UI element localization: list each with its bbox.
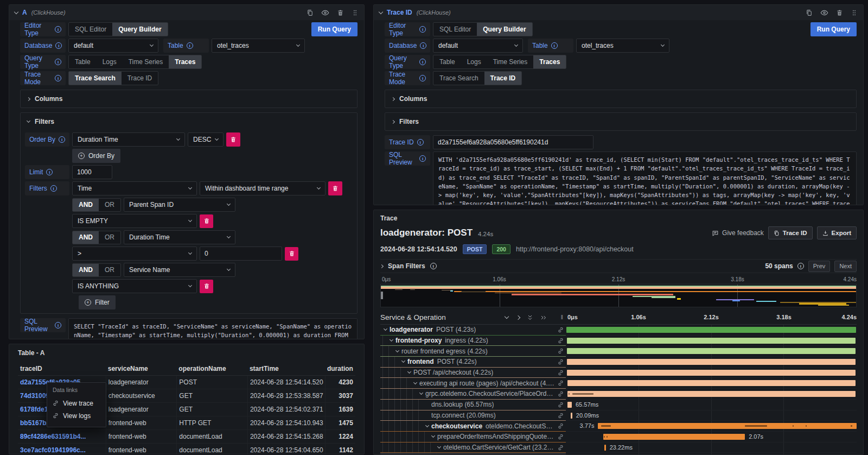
query-builder-option[interactable]: Query Builder xyxy=(112,23,167,36)
link-icon[interactable] xyxy=(558,370,564,376)
copy-icon[interactable] xyxy=(307,9,314,16)
collapse-icon[interactable] xyxy=(14,9,18,14)
info-icon[interactable] xyxy=(419,155,426,162)
trace-span-row[interactable]: tcp.connect (20.09ms) 20.09ms xyxy=(380,410,857,421)
columns-section-header[interactable]: Columns xyxy=(25,93,353,105)
table-select[interactable]: otel_traces xyxy=(212,39,305,53)
filter-op-select[interactable]: IS EMPTY xyxy=(72,214,197,228)
query-type-table[interactable]: Table xyxy=(433,55,461,68)
link-icon[interactable] xyxy=(558,359,564,365)
table-select[interactable]: otel_traces xyxy=(576,39,669,53)
trace-span-row[interactable]: loadgenerator POST (4.23s) xyxy=(380,325,857,336)
link-icon[interactable] xyxy=(558,327,564,333)
filter-field-select[interactable]: Duration Time xyxy=(124,230,235,244)
span-bar[interactable] xyxy=(567,380,856,386)
span-bar[interactable] xyxy=(567,391,856,397)
database-select[interactable]: default xyxy=(68,39,158,53)
span-timeline-cell[interactable]: 3.77s xyxy=(566,421,857,432)
span-name-cell[interactable]: oteldemo.CartService/GetCart (23.22ms) xyxy=(380,443,566,453)
trace-span-row[interactable]: router frontend egress (4.22s) xyxy=(380,346,857,357)
span-bar[interactable] xyxy=(567,402,572,408)
info-icon[interactable] xyxy=(59,136,65,143)
span-bar[interactable] xyxy=(604,445,606,451)
span-timeline-cell[interactable]: 65.57ms xyxy=(566,400,857,410)
add-order-by-button[interactable]: Order By xyxy=(72,149,120,163)
next-button[interactable]: Next xyxy=(834,261,857,272)
span-name-cell[interactable]: executing api route (pages) /api/checkou… xyxy=(380,378,566,389)
collapse-icon[interactable] xyxy=(379,9,383,14)
span-timeline-cell[interactable] xyxy=(566,368,857,378)
span-timeline-cell[interactable] xyxy=(566,453,857,454)
remove-order-by-button[interactable] xyxy=(226,132,240,147)
give-feedback-button[interactable]: Give feedback xyxy=(712,229,764,237)
info-icon[interactable] xyxy=(55,59,61,65)
info-icon[interactable] xyxy=(55,75,61,81)
span-bar[interactable] xyxy=(566,327,856,333)
link-icon[interactable] xyxy=(558,413,564,419)
span-timeline-cell[interactable] xyxy=(566,389,857,400)
span-bar[interactable] xyxy=(603,434,745,440)
span-name-cell[interactable]: tcp.connect (20.09ms) xyxy=(380,410,566,421)
limit-input[interactable] xyxy=(72,165,112,179)
trace-span-row[interactable]: frontend-proxy ingress (4.22s) xyxy=(380,336,857,346)
filter-time-value-select[interactable]: Within dashboard time range xyxy=(200,181,326,195)
trace-span-row[interactable]: frontend POST (4.22s) xyxy=(380,357,857,368)
span-name-cell[interactable]: dns.lookup (65.57ms) xyxy=(380,400,566,410)
trace-span-row[interactable]: POST /api/checkout (4.22s) xyxy=(380,368,857,378)
span-bar[interactable] xyxy=(567,359,856,365)
span-bar[interactable] xyxy=(571,413,572,419)
trash-icon[interactable] xyxy=(337,9,344,16)
span-bar[interactable] xyxy=(567,338,856,344)
span-name-cell[interactable]: frontend POST (4.22s) xyxy=(380,357,566,368)
chevron-down-icon[interactable] xyxy=(419,391,423,395)
trace-id-option[interactable]: Trace ID xyxy=(122,72,158,85)
trace-id-option[interactable]: Trace ID xyxy=(484,72,522,85)
chevron-right-icon[interactable] xyxy=(380,264,384,268)
link-icon[interactable] xyxy=(558,402,564,408)
order-by-dir-select[interactable]: DESC xyxy=(188,132,224,147)
query-type-traces[interactable]: Traces xyxy=(169,55,201,68)
drag-handle-icon[interactable] xyxy=(352,9,359,16)
trace-id-link[interactable]: 3ce7acfc01941996c... xyxy=(18,446,106,454)
span-timeline-cell[interactable] xyxy=(566,325,857,336)
col-starttime[interactable]: startTime xyxy=(247,362,325,375)
remove-filter-button[interactable] xyxy=(328,181,342,195)
remove-filter-button[interactable] xyxy=(200,214,213,228)
remove-filter-button[interactable] xyxy=(285,247,298,261)
info-icon[interactable] xyxy=(55,322,61,328)
and-option[interactable]: AND xyxy=(73,231,99,244)
view-logs-link[interactable]: View logs xyxy=(53,409,100,422)
drag-handle-icon[interactable] xyxy=(851,9,858,16)
query-builder-option[interactable]: Query Builder xyxy=(477,23,532,36)
span-bar[interactable] xyxy=(567,348,856,354)
trace-span-row[interactable]: checkoutservice oteldemo.CheckoutService… xyxy=(380,421,857,432)
database-select[interactable]: default xyxy=(433,39,523,53)
span-timeline-cell[interactable] xyxy=(566,378,857,389)
filter-time-field-select[interactable]: Time xyxy=(72,181,197,195)
chevron-down-icon[interactable] xyxy=(407,370,411,374)
span-bar[interactable] xyxy=(598,423,857,429)
span-name-cell[interactable]: POST /api/checkout (4.22s) xyxy=(380,368,566,378)
col-duration[interactable]: duration xyxy=(325,362,355,375)
trace-minimap[interactable]: 0μs1.06s2.12s3.18s4.24s xyxy=(380,276,857,307)
remove-filter-button[interactable] xyxy=(200,280,213,293)
span-name-cell[interactable]: checkoutservice oteldemo.CheckoutService… xyxy=(380,421,566,432)
span-name-cell[interactable]: cartservice POST /oteldemo.CartService/G… xyxy=(380,453,566,454)
or-option[interactable]: OR xyxy=(99,199,120,211)
span-timeline-cell[interactable]: 20.09ms xyxy=(566,410,857,421)
span-name-cell[interactable]: router frontend egress (4.22s) xyxy=(380,346,566,357)
trace-span-row[interactable]: cartservice POST /oteldemo.CartService/G… xyxy=(380,453,857,454)
link-icon[interactable] xyxy=(558,391,564,397)
chevron-down-icon[interactable] xyxy=(401,359,405,363)
column-resize-handle[interactable]: ‖ xyxy=(559,314,566,320)
filter-op-select[interactable]: > xyxy=(72,247,197,261)
info-icon[interactable] xyxy=(417,139,424,146)
panel-a-header[interactable]: A (ClickHouse) xyxy=(9,5,364,20)
trace-id-button[interactable]: Trace ID xyxy=(768,226,813,239)
sql-editor-option[interactable]: SQL Editor xyxy=(433,23,477,36)
chevron-down-icon[interactable] xyxy=(395,349,399,352)
trace-span-row[interactable]: oteldemo.CartService/GetCart (23.22ms) 2… xyxy=(380,443,857,453)
span-timeline-cell[interactable] xyxy=(566,346,857,357)
chevron-down-icon[interactable] xyxy=(413,381,417,384)
run-query-button[interactable]: Run Query xyxy=(311,22,358,36)
